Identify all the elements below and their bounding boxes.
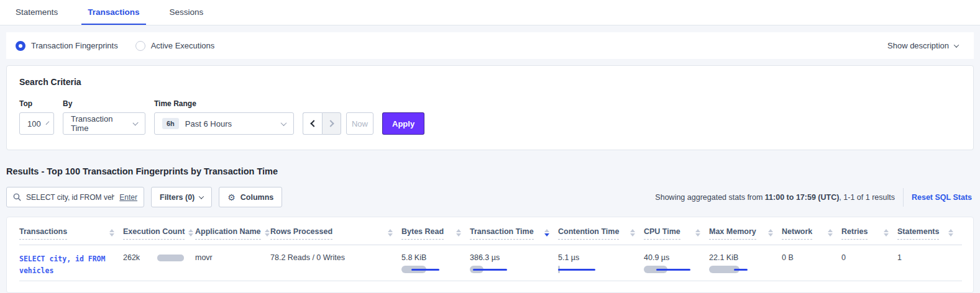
show-description-label: Show description [887, 41, 949, 50]
gear-icon: ⚙ [227, 193, 236, 202]
transaction-cell: SELECT city, id FROM vehicles [19, 245, 123, 281]
view-toggle-strip: Transaction Fingerprints Active Executio… [6, 32, 974, 59]
time-range-badge: 6h [162, 118, 179, 129]
top-field: Top 100 [19, 99, 54, 135]
tab-statements[interactable]: Statements [9, 0, 64, 25]
apply-button[interactable]: Apply [382, 112, 424, 135]
sort-button[interactable] [265, 227, 270, 237]
bytes-read-stddev-line [411, 269, 439, 271]
time-range-value: Past 6 Hours [185, 119, 232, 128]
search-icon [13, 193, 21, 201]
results-toolbar: Enter Filters (0) ⚙ Columns Showing aggr… [6, 187, 974, 207]
network-cell: 0 B [782, 245, 841, 281]
transactions-table: Transactions Execution Count Application… [19, 217, 962, 281]
show-description-toggle[interactable]: Show description [887, 41, 964, 50]
chevron-down-icon [281, 120, 287, 126]
columns-button[interactable]: ⚙ Columns [219, 187, 282, 207]
execution-count-cell: 262k [123, 245, 195, 281]
by-select-value: Transaction Time [71, 114, 127, 133]
sql-search-box[interactable]: Enter [6, 187, 144, 207]
column-header-max-memory: Max Memory [709, 217, 782, 245]
sort-button[interactable] [828, 227, 833, 237]
radio-active-executions[interactable]: Active Executions [135, 41, 215, 51]
search-criteria-title: Search Criteria [19, 77, 961, 87]
chevron-down-icon [954, 42, 959, 47]
transaction-time-stddev-line [473, 269, 507, 271]
sort-button[interactable] [884, 227, 889, 237]
chevron-down-icon [132, 120, 139, 126]
transaction-time-cell: 386.3 µs [470, 245, 558, 281]
sort-button[interactable] [109, 227, 114, 237]
bytes-read-cell: 5.8 KiB [401, 245, 470, 281]
time-range-prev-button[interactable] [303, 112, 322, 135]
time-range-field: Time Range 6h Past 6 Hours [154, 99, 294, 135]
sort-button[interactable] [630, 227, 635, 237]
sort-button[interactable] [948, 227, 953, 237]
max-memory-cell: 22.1 KiB [709, 245, 782, 281]
columns-label: Columns [240, 193, 273, 202]
chevron-right-icon [327, 120, 334, 127]
sort-button-active[interactable] [544, 227, 549, 237]
radio-label: Transaction Fingerprints [31, 41, 118, 50]
search-enter-button[interactable]: Enter [119, 193, 137, 202]
chevron-down-icon [45, 121, 49, 125]
aggregated-stats-note: Showing aggregated stats from 11:00 to 1… [655, 193, 895, 202]
by-select[interactable]: Transaction Time [63, 112, 145, 135]
now-button[interactable]: Now [346, 112, 373, 135]
filters-button[interactable]: Filters (0) [151, 187, 212, 207]
chevron-down-icon [199, 194, 204, 199]
column-header-network: Network [782, 217, 841, 245]
sql-search-input[interactable] [26, 193, 114, 202]
statements-cell: 1 [897, 245, 962, 281]
transactions-table-card: Transactions Execution Count Application… [6, 217, 974, 293]
application-name-cell: movr [195, 245, 270, 281]
column-header-rows-processed: Rows Processed [270, 217, 401, 245]
top-select-value: 100 [27, 119, 41, 128]
column-header-retries: Retries [841, 217, 897, 245]
column-header-contention-time: Contention Time [558, 217, 644, 245]
rows-processed-cell: 78.2 Reads / 0 Writes [270, 245, 401, 281]
sort-button[interactable] [456, 227, 461, 237]
table-row: SELECT city, id FROM vehicles 262k movr … [19, 245, 962, 281]
column-header-statements: Statements [897, 217, 962, 245]
sort-button[interactable] [768, 227, 773, 237]
cpu-time-cell: 40.9 µs [644, 245, 709, 281]
results-heading: Results - Top 100 Transaction Fingerprin… [6, 166, 974, 176]
tab-transactions[interactable]: Transactions [81, 0, 145, 25]
column-header-cpu-time: CPU Time [644, 217, 709, 245]
column-header-transaction-time: Transaction Time [470, 217, 558, 245]
transaction-fingerprint-link[interactable]: SELECT city, id FROM vehicles [19, 253, 114, 277]
contention-time-stddev-line [558, 269, 595, 271]
column-header-bytes-read: Bytes Read [401, 217, 470, 245]
by-label: By [63, 99, 145, 108]
max-memory-stddev-line [734, 269, 748, 271]
top-label: Top [19, 99, 54, 108]
reset-sql-stats-link[interactable]: Reset SQL Stats [912, 193, 972, 202]
sort-button[interactable] [388, 227, 393, 237]
sort-button[interactable] [695, 227, 700, 237]
cpu-time-stddev-line [656, 269, 690, 271]
radio-selected-icon [16, 41, 25, 51]
filters-label: Filters (0) [160, 193, 195, 202]
stats-time-range: 11:00 to 17:59 (UTC) [765, 193, 839, 202]
sort-button[interactable] [188, 227, 193, 237]
top-select[interactable]: 100 [19, 112, 54, 135]
chevron-left-icon [310, 120, 317, 127]
search-criteria-controls: Top 100 By Transaction Time Time Range 6… [19, 99, 961, 135]
time-range-pager [303, 112, 341, 135]
execution-count-bar [157, 255, 184, 261]
column-header-execution-count: Execution Count [123, 217, 195, 245]
retries-cell: 0 [841, 245, 897, 281]
by-field: By Transaction Time [63, 99, 145, 135]
search-criteria-card: Search Criteria Top 100 By Transaction T… [6, 65, 974, 150]
tab-sessions[interactable]: Sessions [163, 0, 210, 25]
column-header-application-name: Application Name [195, 217, 270, 245]
time-range-select[interactable]: 6h Past 6 Hours [154, 112, 294, 135]
execution-count-value: 262k [123, 253, 140, 262]
time-range-label: Time Range [154, 99, 294, 108]
radio-transaction-fingerprints[interactable]: Transaction Fingerprints [16, 41, 118, 51]
table-header-row: Transactions Execution Count Application… [19, 217, 962, 245]
radio-label: Active Executions [151, 41, 215, 50]
time-range-next-button[interactable] [322, 112, 341, 135]
radio-unselected-icon [135, 41, 145, 51]
